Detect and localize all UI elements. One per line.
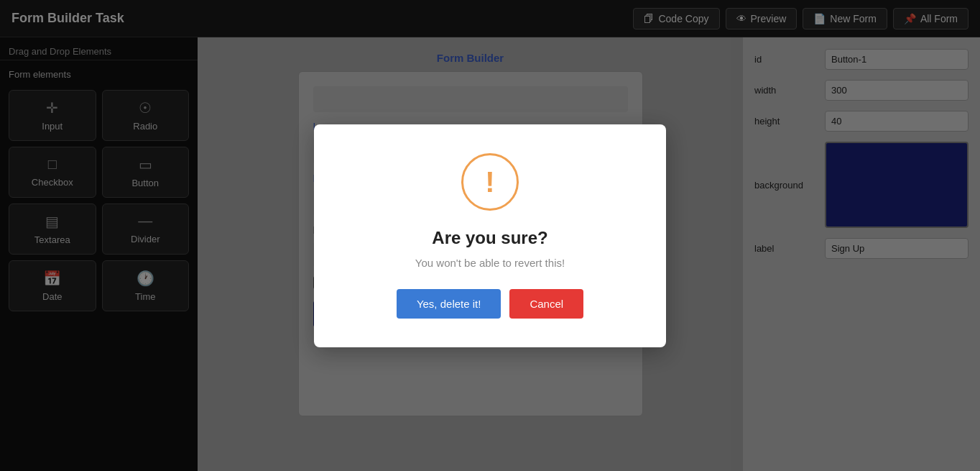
- modal-exclaim-icon: !: [485, 168, 494, 196]
- modal-box: ! Are you sure? You won't be able to rev…: [314, 124, 666, 347]
- modal-confirm-button[interactable]: Yes, delete it!: [397, 289, 501, 319]
- modal-subtitle: You won't be able to revert this!: [415, 257, 565, 269]
- modal-title: Are you sure?: [432, 228, 547, 248]
- modal-overlay: ! Are you sure? You won't be able to rev…: [0, 0, 980, 471]
- modal-buttons: Yes, delete it! Cancel: [397, 289, 583, 319]
- modal-warning-circle: !: [461, 153, 519, 211]
- modal-cancel-button[interactable]: Cancel: [509, 289, 583, 319]
